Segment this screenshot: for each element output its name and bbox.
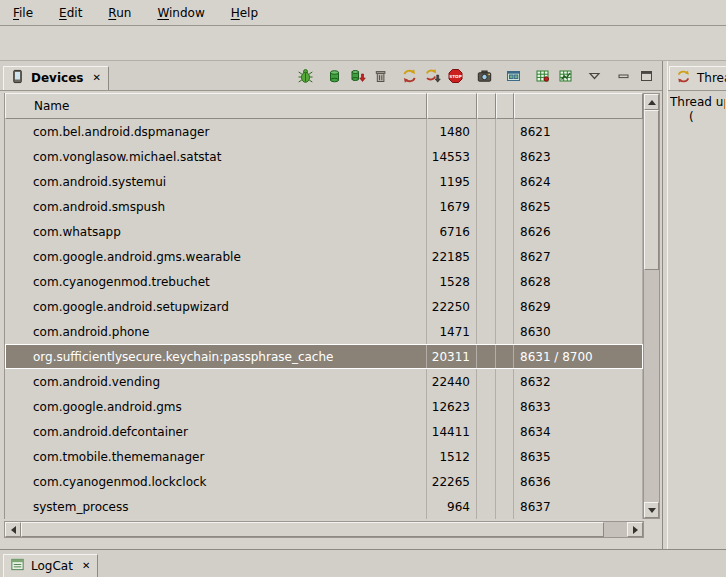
tab-threads[interactable]: Threads ✕ — [669, 66, 726, 90]
process-pid: 22440 — [427, 369, 477, 394]
scroll-up-button[interactable] — [644, 94, 659, 110]
column-header-name[interactable]: Name — [5, 93, 427, 119]
cell-blank — [496, 219, 514, 244]
menu-edit[interactable]: Edit — [58, 4, 83, 22]
method-profiling-options-icon[interactable] — [554, 66, 576, 86]
maximize-icon[interactable] — [635, 66, 657, 86]
update-heap-icon[interactable] — [323, 66, 345, 86]
process-table-body: com.bel.android.dspmanager14808621com.vo… — [5, 119, 643, 519]
toolbar-group — [473, 66, 495, 86]
table-row[interactable]: com.android.phone14718630 — [5, 319, 643, 344]
table-row[interactable]: com.android.systemui11958624 — [5, 169, 643, 194]
stop-process-icon[interactable]: STOP — [444, 66, 466, 86]
gc-trash-icon[interactable] — [369, 66, 391, 86]
devices-panel-slack — [0, 538, 662, 549]
vertical-scrollbar[interactable] — [643, 93, 660, 519]
cell-blank — [496, 244, 514, 269]
table-row[interactable]: com.android.vending224408632 — [5, 369, 643, 394]
table-row[interactable]: com.bel.android.dspmanager14808621 — [5, 119, 643, 144]
process-pid: 14553 — [427, 144, 477, 169]
threads-tabbar: Threads ✕ — [668, 61, 726, 91]
table-row[interactable]: com.android.defcontainer144118634 — [5, 419, 643, 444]
process-name: com.google.android.gms — [5, 394, 427, 419]
column-header-blank[interactable] — [477, 93, 496, 119]
table-row[interactable]: com.vonglasow.michael.satstat145538623 — [5, 144, 643, 169]
menu-file[interactable]: File — [12, 4, 34, 22]
dump-hprof-icon[interactable] — [346, 66, 368, 86]
process-port: 8636 — [514, 469, 643, 494]
capture-video-icon[interactable] — [502, 66, 524, 86]
dump-threads-icon[interactable] — [421, 66, 443, 86]
column-header-pid[interactable] — [427, 93, 477, 119]
cell-blank — [477, 369, 496, 394]
process-pid: 6716 — [427, 219, 477, 244]
toolbar-group — [294, 66, 316, 86]
toolbar-group — [612, 66, 657, 86]
table-row[interactable]: com.google.android.gms.wearable221858627 — [5, 244, 643, 269]
column-header-blank[interactable] — [496, 93, 514, 119]
table-row[interactable]: system_process9648637 — [5, 494, 643, 519]
scroll-right-button[interactable] — [627, 522, 643, 537]
debug-bug-icon[interactable] — [294, 66, 316, 86]
cell-blank — [496, 444, 514, 469]
table-row[interactable]: com.cyanogenmod.lockclock222658636 — [5, 469, 643, 494]
scroll-down-button[interactable] — [644, 502, 659, 518]
cell-blank — [496, 169, 514, 194]
process-name: com.android.defcontainer — [5, 419, 427, 444]
scroll-down-icon — [648, 508, 656, 513]
menu-bar: File Edit Run Window Help — [0, 0, 726, 26]
cell-blank — [496, 319, 514, 344]
horizontal-scroll-thumb[interactable] — [21, 522, 604, 537]
menu-run[interactable]: Run — [107, 4, 132, 22]
process-port: 8625 — [514, 194, 643, 219]
main-toolbar — [0, 26, 726, 61]
tab-logcat-label: LogCat — [30, 559, 74, 573]
cell-blank — [496, 194, 514, 219]
tab-logcat[interactable]: LogCat ✕ — [3, 554, 98, 577]
process-pid: 964 — [427, 494, 477, 519]
cell-blank — [477, 444, 496, 469]
table-row[interactable]: com.google.android.gms126238633 — [5, 394, 643, 419]
horizontal-scroll-trough[interactable] — [604, 522, 627, 537]
table-header: Name — [5, 93, 643, 119]
horizontal-scrollbar[interactable] — [4, 521, 644, 538]
menu-window[interactable]: Window — [156, 4, 205, 22]
cell-blank — [477, 119, 496, 144]
column-header-port[interactable] — [514, 93, 643, 119]
vertical-scroll-thumb[interactable] — [644, 110, 659, 270]
table-row[interactable]: com.google.android.setupwizard222508629 — [5, 294, 643, 319]
threads-icon — [676, 69, 691, 87]
cell-blank — [496, 294, 514, 319]
table-row[interactable]: com.android.smspush16798625 — [5, 194, 643, 219]
scroll-right-icon — [633, 526, 638, 534]
process-name: com.android.phone — [5, 319, 427, 344]
process-port: 8635 — [514, 444, 643, 469]
close-icon[interactable]: ✕ — [92, 73, 100, 83]
cell-blank — [477, 494, 496, 519]
minimize-icon[interactable] — [612, 66, 634, 86]
table-row[interactable]: com.whatsapp67168626 — [5, 219, 643, 244]
update-threads-icon[interactable] — [398, 66, 420, 86]
table-row[interactable]: org.sufficientlysecure.keychain:passphra… — [5, 344, 643, 369]
process-port: 8623 — [514, 144, 643, 169]
threads-message-line2: ( — [670, 110, 725, 124]
table-row[interactable]: com.cyanogenmod.trebuchet15288628 — [5, 269, 643, 294]
close-icon[interactable]: ✕ — [82, 561, 90, 571]
process-port: 8633 — [514, 394, 643, 419]
process-port: 8627 — [514, 244, 643, 269]
threads-message-line1: Thread up — [670, 95, 725, 109]
process-port: 8630 — [514, 319, 643, 344]
cell-blank — [477, 144, 496, 169]
process-name: com.bel.android.dspmanager — [5, 119, 427, 144]
process-pid: 1512 — [427, 444, 477, 469]
screen-capture-icon[interactable] — [473, 66, 495, 86]
tab-devices[interactable]: Devices ✕ — [3, 66, 109, 90]
method-profiling-icon[interactable] — [531, 66, 553, 86]
view-menu-icon[interactable] — [583, 66, 605, 86]
cell-blank — [477, 469, 496, 494]
table-row[interactable]: com.tmobile.thememanager15128635 — [5, 444, 643, 469]
vertical-scroll-trough[interactable] — [644, 270, 659, 502]
process-port: 8626 — [514, 219, 643, 244]
scroll-left-button[interactable] — [5, 522, 21, 537]
menu-help[interactable]: Help — [230, 4, 259, 22]
